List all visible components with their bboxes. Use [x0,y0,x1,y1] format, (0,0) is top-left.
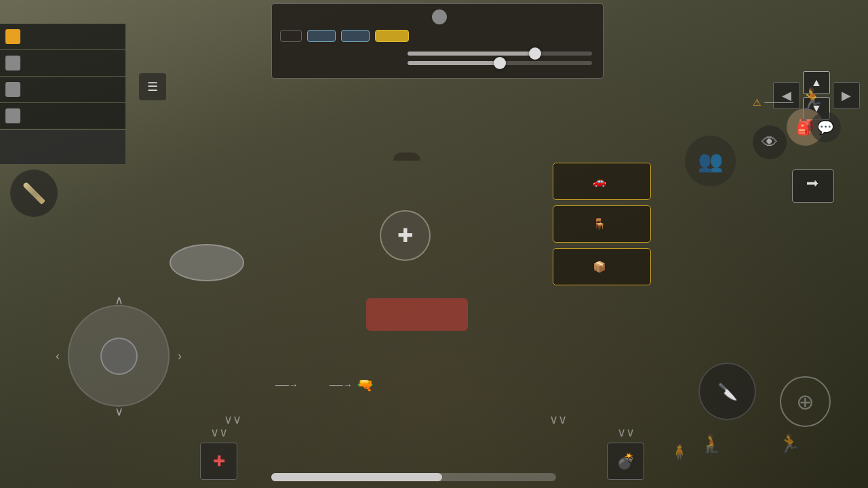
fire-modes: ──→ ──→ 🔫 [271,377,374,393]
open-icon: 📦 [593,260,606,273]
player-item-4[interactable] [0,103,125,129]
button-size-row [272,49,603,58]
button-size-slider[interactable] [408,52,592,56]
player-item-2[interactable] [0,50,125,76]
follow-button[interactable] [0,130,125,164]
fire-mode-2-arrows: ──→ [330,380,353,390]
controls-header [272,4,603,30]
joystick[interactable]: ∧ ∨ ‹ › [68,305,170,407]
warning-text: ───── [764,98,793,107]
revive-button[interactable]: ✚ [380,210,431,264]
run-icon: 🏃 [795,81,829,115]
warning-icon: ⚠ [753,97,762,108]
player-item-3[interactable] [0,77,125,102]
bullet-icon [10,169,58,217]
joystick-left-arrow: ‹ [56,349,60,363]
pistol-icon: 🔫 [357,377,374,393]
dpad-right-button[interactable]: ▶ [833,82,860,109]
people-icon: 👥 [685,136,736,186]
eye-icon[interactable]: 👁 [753,125,787,159]
warning-area: ⚠ ───── [753,97,793,108]
transparency-row [272,58,603,68]
joystick-inner [100,338,138,375]
fire-mode-1[interactable]: ──→ [271,377,298,393]
knife-button[interactable]: 🔪 [698,363,756,420]
crosshair-button[interactable]: ⊕ [780,376,831,427]
revive-circle: ✚ [380,210,431,261]
transparency-slider[interactable] [408,61,592,65]
scroll-up-button[interactable] [393,152,420,161]
save-button[interactable] [375,30,409,42]
run-icon-area: 🏃 [795,81,829,115]
health-fill [271,473,442,481]
medkit-button[interactable]: ✚ [200,443,237,480]
grenade-down-arrow: ∨∨ [617,425,635,440]
drive-icon: 🚗 [593,175,606,188]
player-badge-1 [5,29,20,44]
player-item-1[interactable] [0,24,125,49]
button-size-fill [408,52,535,56]
fire-mode-1-arrows: ──→ [275,380,298,390]
player-badge-2 [5,56,20,70]
open-button[interactable]: 📦 [553,248,651,285]
bullet-shape [22,182,45,205]
transparency-fill [408,61,500,65]
controls-panel [271,3,604,79]
player-badge-4 [5,108,20,123]
joystick-down-arrow: ∨ [115,404,123,419]
stance-icons: 🧍 [670,443,688,461]
exit-arrow-icon: ⮕ [806,177,820,192]
player-list [0,24,125,164]
reset-button[interactable] [341,30,370,42]
player-badge-3 [5,82,20,97]
exit-button[interactable] [307,30,336,42]
fire-down-arrow-2: ∨∨ [549,412,567,427]
button-size-thumb[interactable] [529,47,541,60]
joystick-right-arrow: › [178,349,182,363]
get-in-button[interactable]: 🪑 [553,205,651,243]
joystick-up-arrow: ∧ [115,293,123,308]
drive-button[interactable]: 🚗 [553,163,651,200]
exit-right-button[interactable]: ⮕ [792,169,834,203]
message-icon[interactable]: 💬 [810,112,841,142]
controls-badge [432,9,447,24]
fire-mode-2[interactable]: ──→ 🔫 [326,377,374,393]
list-icon[interactable]: ☰ [139,73,166,100]
prone-silhouette: 🧎 [701,433,722,454]
run-silhouette: 🏃 [778,433,800,454]
transparency-thumb[interactable] [494,57,506,69]
prone-icon[interactable]: 🧍 [670,443,688,461]
grenade-area: ∨∨ 💣 [607,425,644,481]
cancel-bottom-button[interactable] [366,298,468,331]
controls-buttons [272,30,603,49]
health-bar [271,473,556,481]
medkit-down-arrow: ∨∨ [210,425,228,440]
get-in-icon: 🪑 [593,218,606,230]
vehicle-buttons: 🚗 🪑 📦 [553,163,651,285]
layout-button[interactable] [280,30,302,42]
grenade-button[interactable]: 💣 [607,443,644,480]
cancel-button[interactable] [170,244,244,281]
medkit-area: ∨∨ ✚ [200,425,237,481]
